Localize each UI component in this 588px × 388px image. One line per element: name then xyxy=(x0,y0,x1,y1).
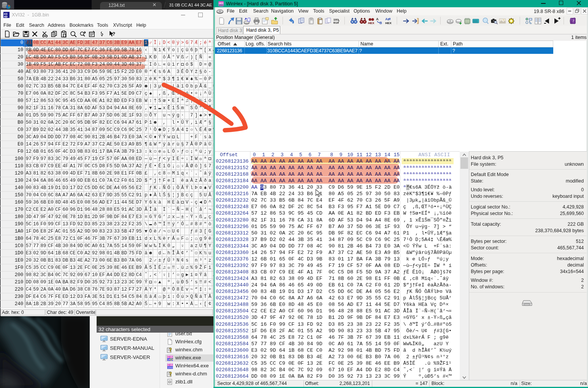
svg-text:HEX: HEX xyxy=(385,21,392,25)
svg-text:?: ? xyxy=(169,347,172,353)
svg-text:4D: 4D xyxy=(4,15,8,18)
svg-text:A⇄: A⇄ xyxy=(385,17,391,21)
svg-text:HEX: HEX xyxy=(368,21,375,25)
svg-text:SPRS: SPRS xyxy=(168,367,173,369)
svg-text:?: ? xyxy=(169,371,172,377)
svg-text:HEX: HEX xyxy=(168,356,173,358)
svg-text:HEX: HEX xyxy=(219,2,224,4)
svg-text:B: B xyxy=(380,21,382,25)
svg-text:?: ? xyxy=(572,19,574,23)
svg-text:SPRS: SPRS xyxy=(219,5,224,6)
svg-text:A: A xyxy=(376,17,379,21)
svg-text:HEX: HEX xyxy=(168,364,173,366)
svg-text:010: 010 xyxy=(333,21,339,24)
svg-text:?: ? xyxy=(112,31,115,37)
